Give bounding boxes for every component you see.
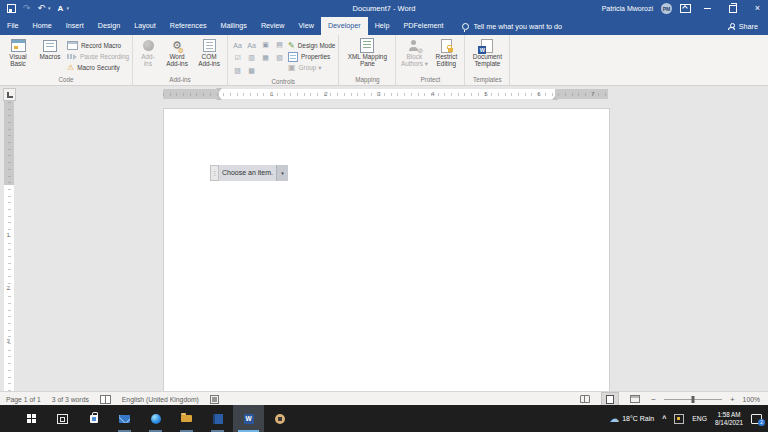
ruler-mark: 3 <box>7 338 10 345</box>
avatar[interactable]: PM <box>661 3 672 14</box>
tab-references[interactable]: References <box>163 17 214 35</box>
book-app-button[interactable] <box>202 405 233 432</box>
save-icon[interactable] <box>7 4 16 13</box>
ruler-mark: 1 <box>7 232 10 239</box>
date-label: 8/14/2021 <box>715 419 743 426</box>
close-button[interactable]: × <box>749 0 766 17</box>
zoom-out-button[interactable]: − <box>651 395 656 404</box>
page-indicator[interactable]: Page 1 of 1 <box>6 396 41 403</box>
tab-insert[interactable]: Insert <box>59 17 91 35</box>
horizontal-ruler[interactable]: 1 2 3 4 5 6 7 <box>163 89 608 99</box>
document-template-button[interactable]: W Document Template <box>468 37 506 67</box>
ribbon-tab-bar: File Home Insert Design Layout Reference… <box>0 17 768 35</box>
share-button[interactable]: Share <box>728 22 768 31</box>
macro-recording-icon[interactable] <box>210 395 219 404</box>
tab-pdfelement[interactable]: PDFelement <box>396 17 450 35</box>
restore-button[interactable] <box>724 0 741 17</box>
windows-logo-icon <box>27 414 36 423</box>
language-switcher[interactable]: ENG <box>692 415 707 422</box>
tab-design[interactable]: Design <box>91 17 127 35</box>
pdfelement-taskbar-button[interactable] <box>264 405 295 432</box>
weather-widget[interactable]: ☁ 18°C Rain <box>609 414 654 424</box>
macro-security-button[interactable]: ⚠ Macro Security <box>67 62 129 73</box>
redo-icon[interactable]: ↷ <box>23 0 31 17</box>
file-explorer-button[interactable] <box>171 405 202 432</box>
properties-button[interactable]: Properties <box>288 51 335 62</box>
tray-icon[interactable] <box>674 414 684 424</box>
plain-text-control-icon[interactable]: Aa <box>245 39 258 51</box>
read-mode-button[interactable] <box>577 393 593 405</box>
dropdown-content-control[interactable]: ⋮ Choose an item. ▾ <box>210 165 288 181</box>
date-picker-control-icon[interactable]: ▧ <box>273 52 286 64</box>
macros-button[interactable]: Macros <box>35 37 65 60</box>
xml-mapping-icon <box>360 38 374 53</box>
word-icon: W <box>244 414 254 424</box>
edge-button[interactable] <box>140 405 171 432</box>
right-indent-marker[interactable] <box>552 96 558 100</box>
show-hidden-icons-button[interactable]: ^ <box>662 415 666 422</box>
combo-box-control-icon[interactable]: ▥ <box>245 52 258 64</box>
zoom-in-button[interactable]: + <box>730 395 735 404</box>
checkbox-control-icon[interactable]: ☑ <box>231 52 244 64</box>
read-aloud-icon[interactable]: A <box>58 0 64 17</box>
task-view-icon <box>57 414 68 424</box>
undo-icon[interactable]: ↶ <box>38 0 46 17</box>
clock[interactable]: 1:58 AM 8/14/2021 <box>715 411 743 426</box>
word-count[interactable]: 3 of 3 words <box>52 396 89 403</box>
language-indicator[interactable]: English (United Kingdom) <box>122 396 199 403</box>
print-layout-button[interactable] <box>601 392 619 406</box>
tab-file[interactable]: File <box>0 17 26 35</box>
content-control-text[interactable]: Choose an item. <box>219 165 276 181</box>
tab-layout[interactable]: Layout <box>127 17 163 35</box>
pause-recording-icon <box>67 54 77 60</box>
design-mode-button[interactable]: ✎ Design Mode <box>288 40 335 51</box>
minimize-button[interactable] <box>699 0 716 17</box>
word-add-ins-button[interactable]: ⚙ ⚙ Word Add-ins <box>162 37 192 67</box>
xml-mapping-pane-button[interactable]: XML Mapping Pane <box>342 37 392 67</box>
word-taskbar-button[interactable]: W <box>233 405 264 432</box>
content-control-dropdown-icon[interactable]: ▾ <box>276 165 288 181</box>
tell-me-box[interactable]: Tell me what you want to do <box>462 22 562 31</box>
legacy-tools-icon[interactable]: ▩ <box>245 65 258 77</box>
microsoft-store-button[interactable] <box>78 405 109 432</box>
tab-developer[interactable]: Developer <box>321 17 368 35</box>
hanging-indent-marker[interactable] <box>216 96 222 100</box>
picture-control-icon[interactable]: ▣ <box>259 39 272 51</box>
lightbulb-icon <box>462 23 469 30</box>
tab-selector-button[interactable] <box>3 88 16 101</box>
restrict-editing-button[interactable]: Restrict Editing <box>431 37 461 67</box>
tab-view[interactable]: View <box>291 17 320 35</box>
ribbon-display-options-icon[interactable] <box>680 4 691 13</box>
rich-text-control-icon[interactable]: Aa <box>231 39 244 51</box>
mail-button[interactable] <box>109 405 140 432</box>
tab-help[interactable]: Help <box>368 17 397 35</box>
zoom-slider-thumb[interactable] <box>691 396 694 403</box>
content-control-handle[interactable]: ⋮ <box>210 165 219 181</box>
edge-icon <box>151 414 161 424</box>
proofing-errors-icon[interactable] <box>100 395 111 404</box>
visual-basic-button[interactable]: Visual Basic <box>3 37 33 67</box>
building-block-control-icon[interactable]: ▤ <box>273 39 286 51</box>
tab-home[interactable]: Home <box>26 17 59 35</box>
first-line-indent-marker[interactable] <box>216 88 222 92</box>
com-add-ins-button[interactable]: COM Add-ins <box>194 37 224 67</box>
document-workspace: 1 2 3 ⋮ Choose an item. ▾ <box>0 101 768 391</box>
group-controls: Aa Aa ▣ ▤ ☑ ▥ ▦ ▧ ▨ ▩ ✎ Design Mode <box>228 35 339 85</box>
undo-dropdown-icon[interactable]: ▾ <box>48 0 51 17</box>
start-button[interactable] <box>16 405 47 432</box>
repeating-section-control-icon[interactable]: ▨ <box>231 65 244 77</box>
customize-qat-icon[interactable]: ▾ <box>66 0 69 17</box>
document-page[interactable]: ⋮ Choose an item. ▾ <box>163 108 610 391</box>
account-name[interactable]: Patricia Mworozi <box>602 5 653 12</box>
dropdown-list-control-icon[interactable]: ▦ <box>259 52 272 64</box>
task-view-button[interactable] <box>47 405 78 432</box>
zoom-level[interactable]: 100% <box>743 396 760 403</box>
group-code: Visual Basic Macros Record Macro Pause R… <box>0 35 133 85</box>
tab-review[interactable]: Review <box>254 17 292 35</box>
web-layout-button[interactable] <box>627 393 643 405</box>
vertical-ruler[interactable]: 1 2 3 <box>4 101 14 391</box>
record-macro-button[interactable]: Record Macro <box>67 40 129 51</box>
tab-mailings[interactable]: Mailings <box>214 17 254 35</box>
action-center-button[interactable]: 2 <box>751 414 762 424</box>
zoom-slider[interactable] <box>664 399 722 400</box>
